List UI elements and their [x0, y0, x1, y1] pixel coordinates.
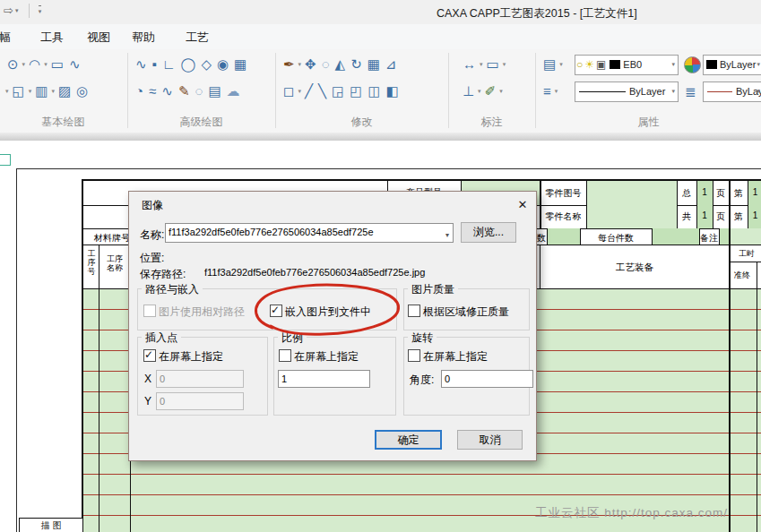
tolerance-tool-icon[interactable]: ▭ — [487, 54, 499, 75]
quick-access-toolbar: ⇨▾ ▾ — [4, 3, 43, 21]
linetype-sample — [579, 91, 626, 92]
rotate-tool-icon[interactable]: ↻ — [350, 54, 362, 75]
cloud-tool-icon[interactable]: ☁ — [227, 81, 240, 102]
caret-icon[interactable]: ▾ — [29, 81, 32, 102]
zigzag-tool-icon[interactable]: ∿ — [161, 81, 173, 102]
insert-screen-checkbox[interactable]: ✓ — [143, 349, 156, 362]
page-label: 页 — [713, 187, 729, 200]
menu-item-tufu[interactable]: 图幅 — [0, 30, 11, 46]
scale-screen-checkbox[interactable] — [279, 349, 291, 362]
menu-item-view[interactable]: 视图 — [87, 30, 110, 46]
stretch-tool-icon[interactable]: ⊿ — [385, 54, 397, 75]
browse-button[interactable]: 浏览... — [461, 222, 516, 243]
linestyle-tool-icon[interactable]: ≣ — [685, 82, 696, 103]
dimension-tool-icon[interactable]: ↔ — [463, 54, 476, 75]
relative-path-checkbox[interactable] — [143, 305, 156, 317]
linewidth-sample — [707, 91, 732, 92]
group-label: 基本绘图 — [0, 115, 126, 130]
color-combo[interactable]: ByLayer ▾ — [703, 55, 761, 75]
caret-icon[interactable]: ▾ — [22, 54, 26, 75]
chamfer-tool-icon[interactable]: ◲ — [332, 81, 344, 102]
block-tool-icon[interactable]: ◱ — [13, 81, 25, 102]
ellipse-tool-icon[interactable]: ◯ — [181, 54, 196, 75]
lineweight-tool-icon[interactable]: ≡ — [543, 81, 551, 102]
caret-icon[interactable]: ▾ — [298, 81, 301, 102]
caret-icon[interactable]: ▾ — [499, 81, 503, 102]
area-quality-checkbox[interactable] — [408, 305, 420, 317]
revolve-tool-icon[interactable]: ◔ — [135, 81, 143, 102]
text-tool-icon[interactable]: ▥ — [35, 81, 48, 102]
polygon-tool-icon[interactable]: ◇ — [201, 54, 212, 75]
circle-3pt-tool-icon[interactable]: ◉ — [217, 54, 229, 75]
caret-icon[interactable]: ▾ — [478, 81, 481, 102]
linewidth-combo[interactable]: ByLayer ▾ — [703, 82, 761, 102]
trim-tool-icon[interactable]: ╱ — [305, 81, 313, 102]
table-tool-icon[interactable]: ▦ — [234, 54, 246, 75]
group-title: 插入点 — [142, 330, 181, 346]
scale-input[interactable]: 1 — [278, 370, 370, 388]
axis-tool-icon[interactable]: ∟ — [162, 54, 176, 75]
redo-dropdown-icon[interactable]: ▾ — [15, 7, 19, 14]
layer-combo[interactable]: ○☀▣EB0 ▾ — [575, 55, 679, 75]
contour-tool-icon[interactable]: ◌ — [195, 81, 203, 102]
fillet-tool-icon[interactable]: ◰ — [350, 81, 362, 102]
caret-icon[interactable]: ▾ — [44, 54, 48, 75]
caret-icon[interactable]: ▾ — [503, 54, 506, 75]
wave-tool-icon[interactable]: ≈ — [149, 81, 156, 102]
menu-item-tools[interactable]: 工具 — [40, 30, 64, 46]
y-input[interactable]: 0 — [156, 392, 244, 410]
offset-tool-icon[interactable]: ◧ — [386, 81, 399, 102]
point-tool-icon[interactable]: ▪ — [152, 54, 157, 75]
menu-item-process[interactable]: 工艺 — [186, 30, 209, 46]
extend-tool-icon[interactable]: ╲ — [318, 81, 326, 102]
brush-tool-icon[interactable]: ✒ — [283, 54, 295, 75]
circle-tool-icon[interactable]: ⊙ — [7, 54, 19, 75]
color-wheel-icon[interactable] — [684, 56, 701, 73]
caret-icon[interactable]: ▾ — [298, 54, 302, 75]
move-tool-icon[interactable]: ✥ — [305, 54, 316, 75]
remark-label: 备注 — [699, 232, 719, 245]
ok-button[interactable]: 确定 — [375, 430, 442, 450]
per-unit-label: 每台件数 — [580, 232, 652, 245]
ribbon-group-advanced-draw: ∿▪∟◯◇◉▦ ◔≈∿✎◌▤☁ 高级绘图 — [128, 49, 274, 133]
watermark: 工业云社区 http://top.caxa.com/ — [535, 505, 728, 521]
cancel-button[interactable]: 取消 — [457, 430, 523, 450]
linetype-combo[interactable]: ByLayer ▾ — [575, 82, 679, 102]
pen-tool-icon[interactable]: ✎ — [178, 81, 190, 102]
redo-icon[interactable]: ⇨ — [4, 4, 13, 17]
embed-image-checkbox[interactable]: ✓ — [270, 305, 282, 317]
x-label: X — [144, 373, 151, 385]
array-tool-icon[interactable]: ▦ — [368, 54, 380, 75]
select-tool-icon[interactable]: ◻ — [283, 81, 294, 102]
hatch-tool-icon[interactable]: ▨ — [58, 81, 71, 102]
close-icon[interactable]: ✕ — [514, 196, 532, 214]
chevron-down-icon[interactable]: ▾ — [445, 227, 449, 243]
label-tool-icon[interactable]: ◎ — [76, 81, 88, 102]
curve-tool-icon[interactable]: ∿ — [135, 54, 147, 75]
angle-input[interactable]: 0 — [441, 370, 533, 388]
layer-color-swatch — [610, 60, 620, 69]
caret-icon[interactable]: ▾ — [480, 54, 483, 75]
text-note-tool-icon[interactable]: ✐ — [485, 81, 497, 102]
arc-tool-icon[interactable]: ◠ — [29, 54, 40, 75]
caret-icon[interactable]: ▾ — [559, 54, 563, 75]
datum-tool-icon[interactable]: ⊥ — [463, 81, 474, 102]
rotate-screen-checkbox[interactable] — [408, 349, 420, 362]
name-combobox[interactable]: f11f3a292df5e0feb776e276506034a85edf725e… — [165, 223, 454, 243]
mirror-tool-icon[interactable]: ◭ — [335, 54, 346, 75]
caret-icon[interactable]: ▾ — [51, 81, 55, 102]
caret-icon[interactable]: ▾ — [5, 81, 9, 102]
spline-tool-icon[interactable]: ∿ — [69, 54, 81, 75]
menu-item-help[interactable]: 帮助 — [132, 30, 155, 46]
angle-label: 角度: — [410, 373, 434, 388]
bulb-icon: ○ — [576, 56, 583, 73]
rectangle-tool-icon[interactable]: ▭ — [51, 54, 64, 75]
caret-icon[interactable]: ▾ — [555, 81, 558, 102]
layers-tool-icon[interactable]: ▤ — [543, 54, 556, 75]
x-input[interactable]: 0 — [156, 370, 244, 388]
sun-icon: ☀ — [584, 56, 594, 73]
customize-quick-access-icon[interactable]: ▾ — [39, 5, 42, 15]
break-tool-icon[interactable]: ◫ — [368, 81, 380, 102]
profile-tool-icon[interactable]: ▤ — [208, 81, 221, 102]
copy-tool-icon[interactable]: ◌ — [322, 54, 330, 75]
